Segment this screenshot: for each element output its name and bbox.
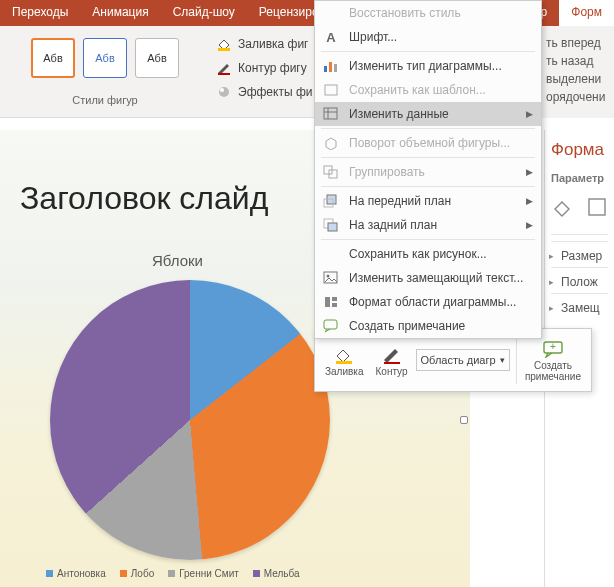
ctx-label: На передний план	[349, 194, 451, 208]
svg-rect-8	[324, 108, 337, 119]
shape-fill-label: Заливка фиг	[238, 37, 308, 51]
svg-rect-21	[332, 303, 337, 307]
svg-rect-20	[332, 297, 337, 301]
submenu-arrow-icon: ▶	[526, 220, 533, 230]
ctx-label: Сохранить как рисунок...	[349, 247, 487, 261]
ctx-label: Сохранить как шаблон...	[349, 83, 486, 97]
svg-point-3	[220, 88, 224, 92]
slide-title-placeholder[interactable]: Заголовок слайд	[20, 180, 268, 217]
size-category-icon[interactable]	[585, 194, 609, 220]
ctx-icon	[321, 294, 341, 310]
ctx-label: Изменить тип диаграммы...	[349, 59, 502, 73]
selection-pane-button[interactable]: выделени	[546, 70, 614, 88]
ctx-icon	[321, 58, 341, 74]
legend-item-3: Гренни Смит	[179, 568, 239, 579]
comment-icon: +	[541, 338, 565, 360]
chart-title[interactable]: Яблоки	[152, 252, 203, 269]
ctx-item-3: Сохранить как шаблон...	[315, 78, 541, 102]
ctx-item-8[interactable]: На задний план▶	[315, 213, 541, 237]
context-menu: Восстановить стильAШрифт...Изменить тип …	[314, 0, 542, 339]
ctx-item-12[interactable]: Создать примечание	[315, 314, 541, 338]
pie-chart[interactable]	[50, 280, 330, 560]
svg-rect-27	[589, 199, 605, 215]
ctx-icon	[321, 82, 341, 98]
format-section-position[interactable]: Полож	[551, 267, 608, 289]
ctx-icon	[321, 217, 341, 233]
fill-bucket-icon	[216, 36, 232, 52]
shape-outline-button[interactable]: Контур фигу	[214, 58, 316, 78]
shape-styles-label: Стили фигур	[8, 94, 202, 106]
svg-rect-0	[218, 48, 230, 51]
svg-point-18	[327, 275, 330, 278]
format-section-size[interactable]: Размер	[551, 241, 608, 263]
format-pane-title: Форма	[551, 140, 608, 160]
submenu-arrow-icon: ▶	[526, 109, 533, 119]
ctx-item-6: Группировать▶	[315, 160, 541, 184]
ctx-label: Формат области диаграммы...	[349, 295, 516, 309]
svg-rect-16	[328, 223, 337, 231]
tab-format[interactable]: Форм	[559, 0, 614, 26]
svg-rect-23	[336, 361, 352, 364]
chart-legend[interactable]: Антоновка Лобо Гренни Смит Мельба	[46, 568, 300, 579]
fill-line-category-icon[interactable]	[551, 194, 575, 220]
tab-slideshow[interactable]: Слайд-шоу	[161, 0, 247, 26]
ctx-icon	[321, 164, 341, 180]
mini-outline-button[interactable]: Контур	[372, 342, 412, 379]
fill-bucket-icon	[332, 344, 356, 366]
ctx-label: Поворот объемной фигуры...	[349, 136, 510, 150]
svg-rect-5	[329, 62, 332, 72]
mini-fill-button[interactable]: Заливка	[321, 342, 368, 379]
ctx-label: Изменить данные	[349, 107, 449, 121]
mini-fill-label: Заливка	[325, 366, 364, 377]
submenu-arrow-icon: ▶	[526, 167, 533, 177]
chart-element-selector-text: Область диагр	[421, 354, 496, 366]
svg-rect-7	[325, 85, 337, 95]
legend-item-1: Антоновка	[57, 568, 106, 579]
svg-rect-24	[384, 362, 400, 364]
ctx-item-2[interactable]: Изменить тип диаграммы...	[315, 54, 541, 78]
ctx-icon	[321, 135, 341, 151]
chevron-down-icon: ▾	[500, 355, 505, 365]
ctx-label: Шрифт...	[349, 30, 397, 44]
ctx-item-1[interactable]: AШрифт...	[315, 25, 541, 49]
ctx-label: Создать примечание	[349, 319, 465, 333]
align-button[interactable]: орядочени	[546, 88, 614, 106]
mini-comment-button[interactable]: + Создать примечание	[516, 336, 585, 384]
svg-rect-6	[334, 64, 337, 72]
ctx-item-9[interactable]: Сохранить как рисунок...	[315, 242, 541, 266]
svg-rect-19	[325, 297, 330, 307]
ctx-icon: A	[321, 29, 341, 45]
svg-rect-22	[324, 320, 337, 329]
legend-item-2: Лобо	[131, 568, 154, 579]
tab-animations[interactable]: Анимация	[80, 0, 160, 26]
tab-transitions[interactable]: Переходы	[0, 0, 80, 26]
svg-text:+: +	[550, 341, 556, 352]
ctx-item-0: Восстановить стиль	[315, 1, 541, 25]
ctx-label: Восстановить стиль	[349, 6, 461, 20]
shape-effects-label: Эффекты фи	[238, 85, 312, 99]
shape-style-2[interactable]: Абв	[83, 38, 127, 78]
mini-comment-label-1: Создать	[534, 360, 572, 371]
shape-styles-group: Абв Абв Абв Стили фигур	[0, 26, 210, 117]
ctx-item-10[interactable]: Изменить замещающий текст...	[315, 266, 541, 290]
selection-handle[interactable]	[460, 416, 468, 424]
svg-point-2	[219, 87, 229, 97]
outline-pen-icon	[380, 344, 404, 366]
shape-style-1[interactable]: Абв	[31, 38, 75, 78]
ctx-item-7[interactable]: На передний план▶	[315, 189, 541, 213]
effects-icon	[216, 84, 232, 100]
bring-forward-button[interactable]: ть вперед	[546, 34, 614, 52]
shape-outline-label: Контур фигу	[238, 61, 307, 75]
shape-style-3[interactable]: Абв	[135, 38, 179, 78]
format-section-alttext[interactable]: Замещ	[551, 293, 608, 315]
ctx-item-11[interactable]: Формат области диаграммы...	[315, 290, 541, 314]
shape-fill-button[interactable]: Заливка фиг	[214, 34, 316, 54]
svg-rect-4	[324, 66, 327, 72]
ctx-item-4[interactable]: Изменить данные▶	[315, 102, 541, 126]
chart-element-selector[interactable]: Область диагр ▾	[416, 349, 510, 371]
send-backward-button[interactable]: ть назад	[546, 52, 614, 70]
mini-outline-label: Контур	[376, 366, 408, 377]
ctx-icon	[321, 106, 341, 122]
shape-effects-button[interactable]: Эффекты фи	[214, 82, 316, 102]
format-pane-subtitle: Параметр	[551, 172, 608, 184]
